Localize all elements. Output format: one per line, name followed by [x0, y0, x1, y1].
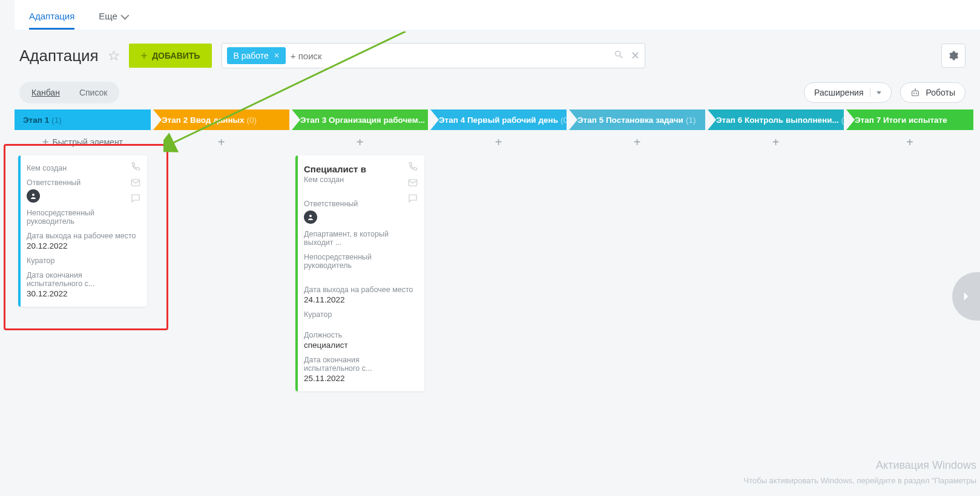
- stage-label: Этап 7 Итоги испытате: [855, 116, 947, 125]
- svg-line-2: [620, 56, 622, 58]
- add-button-label: ДОБАВИТЬ: [152, 51, 200, 60]
- kanban-column: Этап 7 Итоги испытате +: [846, 109, 973, 397]
- stage-label: Этап 6 Контроль выполнени...: [716, 116, 839, 125]
- stage-header[interactable]: Этап 3 Организация рабочем... (1): [292, 109, 428, 130]
- card-responsible-label: Ответственный: [27, 178, 140, 187]
- search-clear-icon[interactable]: ✕: [631, 49, 640, 62]
- quick-add[interactable]: + Быстрый элемент: [15, 130, 151, 154]
- chat-icon[interactable]: [407, 193, 418, 204]
- card-supervisor-label: Непосредственный руководитель: [27, 209, 140, 226]
- column-add[interactable]: +: [153, 130, 289, 154]
- stage-count: (0): [841, 116, 844, 125]
- windows-activation-watermark: Активация Windows: [876, 459, 976, 472]
- svg-point-4: [913, 93, 914, 94]
- card-start-label: Дата выхода на рабочее место: [304, 286, 417, 294]
- favorite-star-icon[interactable]: [108, 50, 119, 61]
- stage-count: (1): [427, 116, 428, 125]
- plus-icon: +: [42, 136, 49, 149]
- stage-count: (1): [686, 116, 696, 125]
- stage-label: Этап 1: [23, 116, 49, 125]
- chevron-down-icon: [876, 91, 881, 94]
- card-actions: [130, 162, 141, 204]
- column-add[interactable]: +: [569, 130, 705, 154]
- svg-point-5: [915, 93, 916, 94]
- view-kanban[interactable]: Канбан: [22, 84, 70, 101]
- stage-header[interactable]: Этап 5 Постановка задачи (1): [569, 109, 705, 130]
- kanban-board: Этап 1 (1) + Быстрый элемент Кем создан …: [15, 107, 980, 397]
- mail-icon[interactable]: [130, 177, 141, 188]
- kanban-card[interactable]: Кем создан Ответственный Непосредственны…: [18, 155, 147, 307]
- svg-point-7: [915, 88, 916, 90]
- stage-count: (0): [561, 116, 567, 125]
- card-start-value: 20.12.2022: [27, 241, 140, 250]
- add-button[interactable]: + ДОБАВИТЬ: [129, 44, 212, 68]
- card-end-value: 30.12.2022: [27, 289, 140, 298]
- chat-icon[interactable]: [130, 193, 141, 204]
- kanban-column: Этап 5 Постановка задачи (1) +: [569, 109, 705, 397]
- quick-add-label: Быстрый элемент: [52, 137, 123, 147]
- svg-point-11: [309, 215, 312, 217]
- stage-label: Этап 4 Первый рабочий день: [439, 116, 558, 125]
- kanban-column: Этап 3 Организация рабочем... (1) + Спец…: [292, 109, 428, 397]
- filter-chip-label: В работе: [233, 51, 268, 60]
- column-add[interactable]: +: [846, 130, 973, 154]
- kanban-column: Этап 6 Контроль выполнени... (0) +: [708, 109, 844, 397]
- nav-tab-more[interactable]: Еще: [99, 5, 127, 30]
- svg-point-9: [32, 194, 35, 196]
- settings-button[interactable]: [941, 44, 965, 68]
- stage-label: Этап 5 Постановка задачи: [577, 116, 683, 125]
- column-add[interactable]: +: [430, 130, 567, 154]
- stage-header[interactable]: Этап 6 Контроль выполнени... (0): [708, 109, 844, 130]
- card-end-label: Дата окончания испытательного с...: [304, 356, 417, 373]
- column-add[interactable]: +: [708, 130, 844, 154]
- kanban-card[interactable]: Специалист в Кем создан Ответственный Де…: [295, 155, 424, 391]
- extensions-label: Расширения: [814, 88, 863, 97]
- card-department-label: Департамент, в который выходит ...: [304, 230, 417, 247]
- view-toggle: Канбан Список: [19, 82, 119, 103]
- robots-button[interactable]: Роботы: [900, 82, 965, 103]
- chevron-right-icon: [960, 290, 972, 302]
- filter-chip[interactable]: В работе ✕: [227, 47, 285, 64]
- search-bar[interactable]: В работе ✕ ✕: [222, 43, 645, 68]
- top-nav: Адаптация Еще: [15, 0, 980, 30]
- stage-header[interactable]: Этап 1 (1): [15, 109, 151, 130]
- stage-label: Этап 3 Организация рабочем...: [300, 116, 425, 125]
- card-start-label: Дата выхода на рабочее место: [27, 232, 140, 240]
- card-position-value: специалист: [304, 341, 417, 350]
- stage-label: Этап 2 Ввод данных: [162, 116, 245, 125]
- svg-marker-0: [109, 51, 118, 60]
- search-input[interactable]: [286, 47, 614, 65]
- card-position-label: Должность: [304, 331, 417, 339]
- card-created-by-label: Кем создан: [27, 164, 140, 172]
- card-start-value: 24.11.2022: [304, 295, 417, 304]
- column-add[interactable]: +: [292, 130, 428, 154]
- card-end-value: 25.11.2022: [304, 374, 417, 383]
- mail-icon[interactable]: [407, 177, 418, 188]
- search-icon[interactable]: [614, 50, 623, 62]
- svg-point-1: [616, 51, 620, 56]
- page-title: Адаптация: [19, 47, 99, 65]
- nav-tab-adaptation[interactable]: Адаптация: [29, 5, 74, 30]
- stage-header[interactable]: Этап 4 Первый рабочий день (0): [430, 109, 567, 130]
- avatar-icon[interactable]: [27, 189, 40, 203]
- card-created-by-label: Кем создан: [304, 175, 417, 184]
- phone-icon[interactable]: [407, 162, 418, 172]
- phone-icon[interactable]: [130, 162, 141, 172]
- card-curator-label: Куратор: [304, 310, 417, 319]
- card-end-label: Дата окончания испытательного с...: [27, 271, 140, 288]
- chevron-down-icon: [120, 11, 129, 19]
- avatar-icon[interactable]: [304, 210, 317, 224]
- robot-icon: [910, 88, 920, 97]
- filter-chip-close-icon[interactable]: ✕: [274, 51, 280, 60]
- stage-header[interactable]: Этап 7 Итоги испытате: [846, 109, 973, 130]
- windows-activation-watermark-sub: Чтобы активировать Windows, перейдите в …: [743, 476, 976, 485]
- svg-rect-3: [912, 91, 918, 96]
- kanban-column: Этап 2 Ввод данных (0) +: [153, 109, 289, 397]
- card-responsible-label: Ответственный: [304, 200, 417, 208]
- card-curator-label: Куратор: [27, 256, 140, 265]
- extensions-button[interactable]: Расширения: [804, 82, 891, 103]
- page-header: Адаптация + ДОБАВИТЬ В работе ✕ ✕: [15, 30, 980, 78]
- nav-tab-more-label: Еще: [99, 11, 117, 21]
- view-list[interactable]: Список: [70, 84, 117, 101]
- stage-header[interactable]: Этап 2 Ввод данных (0): [153, 109, 289, 130]
